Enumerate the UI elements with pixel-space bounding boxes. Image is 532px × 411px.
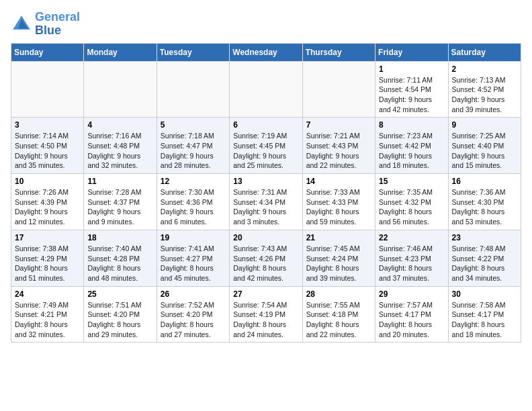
day-info: Sunrise: 7:45 AMSunset: 4:24 PMDaylight:… (306, 244, 371, 283)
column-header-wednesday: Wednesday (230, 43, 302, 61)
calendar-cell: 21Sunrise: 7:45 AMSunset: 4:24 PMDayligh… (302, 230, 375, 286)
calendar-cell: 22Sunrise: 7:46 AMSunset: 4:23 PMDayligh… (375, 230, 448, 286)
calendar-cell: 12Sunrise: 7:30 AMSunset: 4:36 PMDayligh… (157, 174, 229, 230)
calendar-cell: 26Sunrise: 7:52 AMSunset: 4:20 PMDayligh… (157, 286, 229, 342)
day-number: 13 (233, 177, 298, 186)
day-number: 4 (87, 120, 152, 130)
calendar-cell: 30Sunrise: 7:58 AMSunset: 4:17 PMDayligh… (448, 286, 521, 342)
calendar-week-row: 1Sunrise: 7:11 AMSunset: 4:54 PMDaylight… (11, 61, 521, 118)
calendar-cell: 20Sunrise: 7:43 AMSunset: 4:26 PMDayligh… (230, 230, 302, 286)
day-number: 27 (233, 289, 298, 299)
logo: General Blue (11, 11, 80, 38)
day-number: 26 (161, 289, 226, 299)
column-header-monday: Monday (84, 43, 157, 61)
calendar-cell: 1Sunrise: 7:11 AMSunset: 4:54 PMDaylight… (375, 61, 448, 118)
day-number: 22 (379, 233, 444, 242)
day-info: Sunrise: 7:23 AMSunset: 4:42 PMDaylight:… (379, 131, 444, 171)
day-number: 7 (306, 120, 371, 130)
calendar-cell: 7Sunrise: 7:21 AMSunset: 4:43 PMDaylight… (302, 118, 375, 174)
day-info: Sunrise: 7:40 AMSunset: 4:28 PMDaylight:… (87, 244, 152, 283)
day-number: 29 (379, 289, 444, 299)
day-info: Sunrise: 7:19 AMSunset: 4:45 PMDaylight:… (233, 131, 298, 171)
day-info: Sunrise: 7:55 AMSunset: 4:18 PMDaylight:… (306, 300, 371, 340)
calendar-cell: 28Sunrise: 7:55 AMSunset: 4:18 PMDayligh… (302, 286, 375, 342)
day-info: Sunrise: 7:58 AMSunset: 4:17 PMDaylight:… (452, 300, 517, 340)
day-info: Sunrise: 7:21 AMSunset: 4:43 PMDaylight:… (306, 131, 371, 171)
day-number: 2 (452, 64, 517, 74)
calendar-cell (11, 61, 84, 118)
day-info: Sunrise: 7:33 AMSunset: 4:33 PMDaylight:… (306, 187, 371, 227)
calendar-cell (230, 61, 302, 118)
calendar-week-row: 10Sunrise: 7:26 AMSunset: 4:39 PMDayligh… (11, 174, 521, 230)
day-info: Sunrise: 7:16 AMSunset: 4:48 PMDaylight:… (87, 131, 152, 171)
calendar-cell (302, 61, 375, 118)
day-info: Sunrise: 7:11 AMSunset: 4:54 PMDaylight:… (379, 75, 444, 115)
day-number: 28 (306, 289, 371, 299)
calendar-week-row: 24Sunrise: 7:49 AMSunset: 4:21 PMDayligh… (11, 286, 521, 342)
calendar-cell (157, 61, 229, 118)
calendar-cell: 15Sunrise: 7:35 AMSunset: 4:32 PMDayligh… (375, 174, 448, 230)
day-number: 1 (379, 64, 444, 74)
day-info: Sunrise: 7:26 AMSunset: 4:39 PMDaylight:… (15, 187, 80, 227)
calendar-cell: 14Sunrise: 7:33 AMSunset: 4:33 PMDayligh… (302, 174, 375, 230)
calendar-cell: 27Sunrise: 7:54 AMSunset: 4:19 PMDayligh… (230, 286, 302, 342)
calendar-cell: 13Sunrise: 7:31 AMSunset: 4:34 PMDayligh… (230, 174, 302, 230)
column-header-saturday: Saturday (448, 43, 521, 61)
calendar-cell: 3Sunrise: 7:14 AMSunset: 4:50 PMDaylight… (11, 118, 84, 174)
day-number: 3 (15, 120, 80, 130)
day-info: Sunrise: 7:54 AMSunset: 4:19 PMDaylight:… (233, 300, 298, 340)
calendar-cell: 2Sunrise: 7:13 AMSunset: 4:52 PMDaylight… (448, 61, 521, 118)
column-header-thursday: Thursday (302, 43, 375, 61)
calendar-cell: 25Sunrise: 7:51 AMSunset: 4:20 PMDayligh… (84, 286, 157, 342)
calendar-week-row: 3Sunrise: 7:14 AMSunset: 4:50 PMDaylight… (11, 118, 521, 174)
day-info: Sunrise: 7:38 AMSunset: 4:29 PMDaylight:… (15, 244, 80, 283)
calendar-header-row: SundayMondayTuesdayWednesdayThursdayFrid… (11, 43, 521, 61)
day-number: 8 (379, 120, 444, 130)
calendar-cell: 23Sunrise: 7:48 AMSunset: 4:22 PMDayligh… (448, 230, 521, 286)
day-number: 5 (161, 120, 226, 130)
day-number: 20 (233, 233, 298, 242)
day-info: Sunrise: 7:43 AMSunset: 4:26 PMDaylight:… (233, 244, 298, 283)
day-info: Sunrise: 7:48 AMSunset: 4:22 PMDaylight:… (452, 244, 517, 283)
day-info: Sunrise: 7:57 AMSunset: 4:17 PMDaylight:… (379, 300, 444, 340)
day-info: Sunrise: 7:51 AMSunset: 4:20 PMDaylight:… (87, 300, 152, 340)
calendar-cell: 9Sunrise: 7:25 AMSunset: 4:40 PMDaylight… (448, 118, 521, 174)
day-number: 24 (15, 289, 80, 299)
day-info: Sunrise: 7:52 AMSunset: 4:20 PMDaylight:… (161, 300, 226, 340)
calendar-cell: 29Sunrise: 7:57 AMSunset: 4:17 PMDayligh… (375, 286, 448, 342)
day-info: Sunrise: 7:18 AMSunset: 4:47 PMDaylight:… (161, 131, 226, 171)
day-number: 14 (306, 177, 371, 186)
day-info: Sunrise: 7:35 AMSunset: 4:32 PMDaylight:… (379, 187, 444, 227)
calendar-cell: 17Sunrise: 7:38 AMSunset: 4:29 PMDayligh… (11, 230, 84, 286)
day-number: 17 (15, 233, 80, 242)
day-number: 11 (87, 177, 152, 186)
calendar-cell: 8Sunrise: 7:23 AMSunset: 4:42 PMDaylight… (375, 118, 448, 174)
column-header-sunday: Sunday (11, 43, 84, 61)
day-number: 19 (161, 233, 226, 242)
calendar-cell (84, 61, 157, 118)
day-number: 21 (306, 233, 371, 242)
logo-text: General Blue (35, 11, 80, 38)
day-number: 16 (452, 177, 517, 186)
column-header-tuesday: Tuesday (157, 43, 229, 61)
calendar-cell: 4Sunrise: 7:16 AMSunset: 4:48 PMDaylight… (84, 118, 157, 174)
calendar-cell: 19Sunrise: 7:41 AMSunset: 4:27 PMDayligh… (157, 230, 229, 286)
day-number: 6 (233, 120, 298, 130)
calendar-cell: 5Sunrise: 7:18 AMSunset: 4:47 PMDaylight… (157, 118, 229, 174)
day-number: 9 (452, 120, 517, 130)
calendar-cell: 6Sunrise: 7:19 AMSunset: 4:45 PMDaylight… (230, 118, 302, 174)
day-info: Sunrise: 7:41 AMSunset: 4:27 PMDaylight:… (161, 244, 226, 283)
calendar-table: SundayMondayTuesdayWednesdayThursdayFrid… (11, 43, 521, 343)
day-number: 25 (87, 289, 152, 299)
calendar-week-row: 17Sunrise: 7:38 AMSunset: 4:29 PMDayligh… (11, 230, 521, 286)
calendar-cell: 18Sunrise: 7:40 AMSunset: 4:28 PMDayligh… (84, 230, 157, 286)
calendar-cell: 10Sunrise: 7:26 AMSunset: 4:39 PMDayligh… (11, 174, 84, 230)
day-number: 30 (452, 289, 517, 299)
day-info: Sunrise: 7:49 AMSunset: 4:21 PMDaylight:… (15, 300, 80, 340)
day-info: Sunrise: 7:30 AMSunset: 4:36 PMDaylight:… (161, 187, 226, 227)
calendar-cell: 24Sunrise: 7:49 AMSunset: 4:21 PMDayligh… (11, 286, 84, 342)
logo-icon (11, 13, 32, 35)
day-info: Sunrise: 7:14 AMSunset: 4:50 PMDaylight:… (15, 131, 80, 171)
day-number: 15 (379, 177, 444, 186)
day-info: Sunrise: 7:25 AMSunset: 4:40 PMDaylight:… (452, 131, 517, 171)
